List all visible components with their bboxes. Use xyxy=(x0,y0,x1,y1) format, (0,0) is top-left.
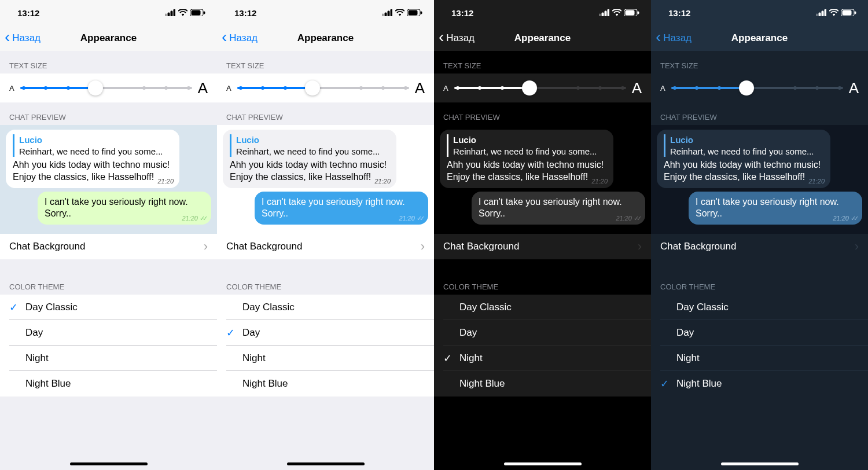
chat-background-row[interactable]: Chat Background › xyxy=(0,234,217,259)
quote-text: Reinhart, we need to find you some... xyxy=(453,146,606,157)
outgoing-time: 21:20 xyxy=(616,215,632,222)
incoming-time: 21:20 xyxy=(808,177,825,185)
chat-preview: Lucio Reinhart, we need to find you some… xyxy=(651,125,868,234)
text-size-slider[interactable]: A A xyxy=(651,74,868,102)
back-button[interactable]: ‹ Назад xyxy=(656,31,692,45)
svg-rect-19 xyxy=(626,10,634,15)
text-size-large-label: A xyxy=(415,79,425,97)
theme-row-night blue[interactable]: Night Blue xyxy=(217,371,434,396)
theme-label: Night xyxy=(459,352,483,364)
svg-rect-16 xyxy=(605,11,606,16)
text-size-small-label: A xyxy=(9,84,14,93)
svg-rect-24 xyxy=(825,9,826,16)
text-size-large-label: A xyxy=(849,79,859,97)
theme-row-night blue[interactable]: ✓ Night Blue xyxy=(651,371,868,396)
theme-row-night[interactable]: Night xyxy=(651,346,868,371)
section-text-size: TEXT SIZE xyxy=(217,51,434,74)
section-text-size: TEXT SIZE xyxy=(651,51,868,74)
outgoing-time: 21:20 xyxy=(182,215,198,222)
chat-preview: Lucio Reinhart, we need to find you some… xyxy=(217,125,434,234)
back-button[interactable]: ‹ Назад xyxy=(222,31,258,45)
section-text-size: TEXT SIZE xyxy=(434,51,651,74)
theme-row-day classic[interactable]: Day Classic xyxy=(217,295,434,320)
outgoing-bubble: I can't take you seriously right now. So… xyxy=(255,192,428,225)
chat-background-row[interactable]: Chat Background › xyxy=(217,234,434,259)
chat-background-label: Chat Background xyxy=(9,241,85,252)
theme-row-night blue[interactable]: Night Blue xyxy=(0,371,217,396)
theme-label: Day xyxy=(242,327,260,339)
battery-icon xyxy=(841,8,856,18)
chat-background-label: Chat Background xyxy=(226,241,302,252)
outgoing-bubble: I can't take you seriously right now. So… xyxy=(38,192,211,225)
theme-row-day[interactable]: Day xyxy=(0,320,217,346)
theme-label: Night xyxy=(242,352,266,364)
chat-background-row[interactable]: Chat Background › xyxy=(434,234,651,259)
theme-row-day[interactable]: Day xyxy=(651,320,868,346)
status-time: 13:12 xyxy=(451,8,473,18)
incoming-bubble: Lucio Reinhart, we need to find you some… xyxy=(223,130,396,188)
theme-row-night[interactable]: Night xyxy=(217,346,434,371)
chevron-right-icon: › xyxy=(855,239,859,254)
theme-row-day[interactable]: Day xyxy=(434,320,651,346)
chat-background-row[interactable]: Chat Background › xyxy=(651,234,868,259)
section-color-theme: COLOR THEME xyxy=(434,280,651,295)
svg-rect-17 xyxy=(608,9,609,16)
back-label: Назад xyxy=(663,32,692,44)
text-size-slider[interactable]: A A xyxy=(0,74,217,102)
incoming-time: 21:20 xyxy=(374,177,391,185)
theme-row-night blue[interactable]: Night Blue xyxy=(434,371,651,396)
quote-text: Reinhart, we need to find you some... xyxy=(670,146,823,157)
outgoing-text: I can't take you seriously right now. So… xyxy=(696,197,839,219)
quote-author: Lucio xyxy=(19,134,172,146)
read-checks-icon: ✓✓ xyxy=(417,215,422,222)
theme-label: Day xyxy=(459,327,477,339)
chevron-left-icon: ‹ xyxy=(222,29,227,45)
phone-panel-3: 13:12 ‹ Назад Appearance TEXT SIZE A A C… xyxy=(651,0,868,470)
incoming-time: 21:20 xyxy=(591,177,608,185)
nav-bar: ‹ Назад Appearance xyxy=(217,25,434,51)
svg-rect-9 xyxy=(388,11,389,16)
phone-panel-1: 13:12 ‹ Назад Appearance TEXT SIZE A A C… xyxy=(217,0,434,470)
theme-row-day classic[interactable]: ✓ Day Classic xyxy=(0,295,217,320)
text-size-slider[interactable]: A A xyxy=(217,74,434,102)
status-time: 13:12 xyxy=(17,8,39,18)
text-size-slider[interactable]: A A xyxy=(434,74,651,102)
quote-author: Lucio xyxy=(236,134,389,146)
incoming-bubble: Lucio Reinhart, we need to find you some… xyxy=(440,130,613,188)
theme-label: Night Blue xyxy=(459,378,505,390)
wifi-icon xyxy=(395,8,404,18)
section-color-theme: COLOR THEME xyxy=(217,280,434,295)
read-checks-icon: ✓✓ xyxy=(200,215,205,222)
svg-rect-13 xyxy=(421,12,422,14)
text-size-small-label: A xyxy=(226,84,231,93)
theme-row-day classic[interactable]: Day Classic xyxy=(434,295,651,320)
section-chat-preview: CHAT PREVIEW xyxy=(217,102,434,125)
home-indicator xyxy=(721,462,799,465)
read-checks-icon: ✓✓ xyxy=(851,215,856,222)
back-button[interactable]: ‹ Назад xyxy=(5,31,41,45)
svg-rect-8 xyxy=(385,13,387,16)
theme-label: Day Classic xyxy=(25,302,78,313)
chevron-right-icon: › xyxy=(204,239,208,254)
theme-label: Day Classic xyxy=(242,302,295,313)
status-bar: 13:12 xyxy=(217,0,434,25)
theme-row-day classic[interactable]: Day Classic xyxy=(651,295,868,320)
section-chat-preview: CHAT PREVIEW xyxy=(651,102,868,125)
theme-row-night[interactable]: Night xyxy=(0,346,217,371)
home-indicator xyxy=(504,462,582,465)
incoming-time: 21:20 xyxy=(157,177,174,185)
chat-preview: Lucio Reinhart, we need to find you some… xyxy=(434,125,651,234)
theme-row-day[interactable]: ✓ Day xyxy=(217,320,434,346)
battery-icon xyxy=(407,8,422,18)
chat-background-label: Chat Background xyxy=(443,241,519,252)
theme-row-night[interactable]: ✓ Night xyxy=(434,346,651,371)
quote-author: Lucio xyxy=(670,134,823,146)
svg-rect-21 xyxy=(816,14,818,16)
svg-rect-22 xyxy=(819,13,821,16)
outgoing-bubble: I can't take you seriously right now. So… xyxy=(472,192,645,225)
wifi-icon xyxy=(829,8,838,18)
chevron-left-icon: ‹ xyxy=(5,29,10,45)
svg-rect-12 xyxy=(409,10,417,15)
back-button[interactable]: ‹ Назад xyxy=(439,31,475,45)
back-label: Назад xyxy=(229,32,258,44)
